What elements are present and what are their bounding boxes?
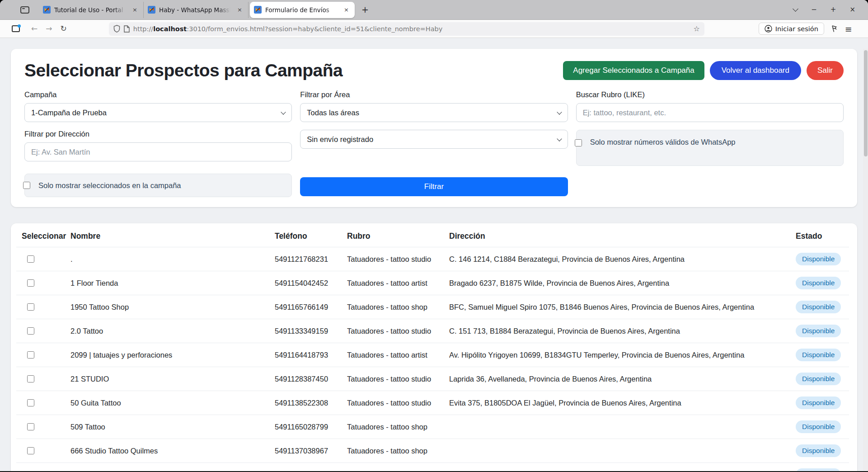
cell-telefono: 5491138522308 [275, 391, 347, 415]
back-to-dashboard-button[interactable]: Volver al dashboard [710, 61, 801, 80]
table-row: 21 STUDIO 5491128387450 Tatuadores - tat… [16, 367, 849, 391]
selected-checkbox-label: Solo mostrar seleccionados en la campaña [38, 181, 181, 190]
close-icon[interactable]: × [235, 6, 244, 14]
row-select-checkbox[interactable] [27, 255, 34, 263]
rubro-field: Buscar Rubro (LIKE) [576, 90, 844, 122]
selected-checkbox-box: Solo mostrar seleccionados en la campaña [24, 174, 292, 197]
window-close-button[interactable]: × [849, 6, 855, 13]
butterfly-favicon-icon [254, 6, 262, 14]
table-row: 1 Floor Tienda 5491154042452 Tatuadores … [16, 271, 849, 295]
table-row: 50 Guita Tattoo 5491138522308 Tatuadores… [16, 391, 849, 415]
page-info-icon[interactable] [124, 25, 130, 33]
close-icon[interactable]: × [131, 6, 139, 14]
envio-select[interactable]: Sin envío registrado [300, 130, 568, 149]
navigation-toolbar: ← → ↻ http://localhost:3010/form_envios.… [0, 20, 868, 38]
cell-direccion: C. 151 713, B1884 Berazategui, Provincia… [449, 319, 796, 343]
add-selected-button[interactable]: Agregar Seleccionados a Campaña [563, 61, 704, 80]
url-text[interactable]: http://localhost:3010/form_envios.html?s… [133, 25, 690, 33]
chevron-down-icon [281, 109, 286, 114]
cell-direccion [449, 439, 796, 463]
shield-icon[interactable] [113, 25, 120, 33]
header-direccion: Dirección [449, 226, 796, 247]
butterfly-favicon-icon [43, 6, 51, 14]
reload-icon[interactable]: ↻ [56, 23, 71, 34]
tab-title: Haby - WhatsApp Massive [159, 6, 232, 14]
cell-nombre: . [70, 247, 275, 271]
tab-title: Formulario de Envíos [265, 6, 338, 14]
row-select-checkbox[interactable] [27, 375, 34, 382]
status-badge: Disponible [796, 420, 841, 433]
extension-icon[interactable] [830, 25, 838, 33]
url-scheme: http:// [133, 25, 153, 33]
scrollbar-thumb[interactable] [864, 50, 868, 156]
row-select-checkbox[interactable] [27, 423, 34, 430]
table-header-row: Seleccionar Nombre Teléfono Rubro Direcc… [16, 226, 849, 247]
firefox-view-icon[interactable] [12, 25, 20, 32]
cell-nombre: 1 Floor Tienda [70, 271, 275, 295]
direccion-input[interactable] [24, 142, 292, 161]
cell-nombre: 50 Guita Tattoo [70, 391, 275, 415]
cell-rubro: Tatuadores - tattoo studio [347, 247, 449, 271]
status-badge: Disponible [796, 373, 841, 385]
filter-button[interactable]: Filtrar [300, 177, 568, 196]
table-row: 666 Studio Tattoo Quilmes 5491137038967 … [16, 439, 849, 463]
firefox-view-button[interactable] [17, 2, 33, 18]
row-select-checkbox[interactable] [27, 447, 34, 454]
campaign-select[interactable]: 1-Campaña de Prueba [24, 103, 292, 122]
area-select[interactable]: Todas las áreas [300, 103, 568, 122]
new-tab-button[interactable]: + [356, 5, 374, 15]
tab-bar: Tutorial de Uso - Portal Cl × Haby - Wha… [0, 0, 868, 20]
row-select-checkbox[interactable] [27, 279, 34, 287]
cell-telefono: 5491121768231 [275, 247, 347, 271]
header-telefono: Teléfono [275, 226, 347, 247]
filters-card: Seleccionar Prospectos para Campaña Agre… [11, 49, 857, 207]
page-scrollbar[interactable] [863, 49, 868, 472]
tab-haby[interactable]: Haby - WhatsApp Massive × [144, 2, 249, 18]
prospects-table-card: Seleccionar Nombre Teléfono Rubro Direcc… [11, 223, 857, 472]
cell-rubro: Tatuadores - tattoo artist [347, 343, 449, 367]
row-select-checkbox[interactable] [27, 351, 34, 359]
cell-telefono: 5491164418793 [275, 343, 347, 367]
maximize-button[interactable]: + [830, 6, 836, 13]
back-icon[interactable]: ← [27, 23, 42, 34]
forward-icon[interactable]: → [42, 23, 56, 34]
row-select-checkbox[interactable] [27, 327, 34, 335]
row-select-checkbox[interactable] [27, 303, 34, 311]
cell-direccion: Alsina 326, B1878KLH Quilmes, Provincia … [449, 463, 796, 472]
chevron-down-icon [557, 136, 562, 141]
status-badge: Disponible [796, 301, 841, 313]
cell-nombre: 1950 Tattoo Shop [70, 295, 275, 319]
cell-direccion: Laprida 36, Avellaneda, Provincia de Bue… [449, 367, 796, 391]
list-all-tabs-chevron-icon[interactable] [793, 6, 798, 12]
close-icon[interactable]: × [342, 6, 351, 14]
header-rubro: Rubro [347, 226, 449, 247]
sign-in-button[interactable]: Iniciar sesión [759, 23, 824, 35]
toolbar-right: ≡ [830, 24, 852, 34]
table-row: 509 Tattoo 5491165028799 Tatuadores - ta… [16, 415, 849, 439]
rubro-input[interactable] [576, 103, 844, 122]
cell-telefono: 5491165766149 [275, 295, 347, 319]
cell-nombre: 509 Tattoo [70, 415, 275, 439]
tab-formulario-active[interactable]: Formulario de Envíos × [250, 2, 355, 18]
row-select-checkbox[interactable] [27, 399, 34, 406]
cell-telefono: 5491128387450 [275, 367, 347, 391]
cell-telefono: 5491133349159 [275, 319, 347, 343]
table-row: 2099 | tatuajes y perforaciones 54911644… [16, 343, 849, 367]
tab-tutorial[interactable]: Tutorial de Uso - Portal Cl × [39, 2, 144, 18]
cell-nombre: 21 STUDIO [70, 367, 275, 391]
menu-hamburger-icon[interactable]: ≡ [845, 24, 852, 34]
whatsapp-checkbox-label: Solo mostrar números válidos de WhatsApp [590, 138, 736, 146]
status-badge: Disponible [796, 325, 841, 337]
bookmark-star-icon[interactable]: ☆ [693, 24, 699, 33]
filters-grid: Campaña 1-Campaña de Prueba Filtrar por … [24, 90, 844, 197]
exit-button[interactable]: Salir [807, 61, 844, 80]
cell-direccion: Av. Hipólito Yrigoyen 10699, B1834GTU Te… [449, 343, 796, 367]
url-host: localhost [153, 25, 187, 33]
only-selected-checkbox[interactable] [23, 182, 30, 189]
envio-select-value: Sin envío registrado [307, 135, 373, 144]
url-bar[interactable]: http://localhost:3010/form_envios.html?s… [109, 22, 704, 36]
status-badge: Disponible [796, 277, 841, 289]
whatsapp-valid-checkbox[interactable] [575, 139, 582, 146]
cell-direccion: C. 146 1214, C1884 Berazategui, Provinci… [449, 247, 796, 271]
minimize-button[interactable]: − [811, 6, 817, 13]
